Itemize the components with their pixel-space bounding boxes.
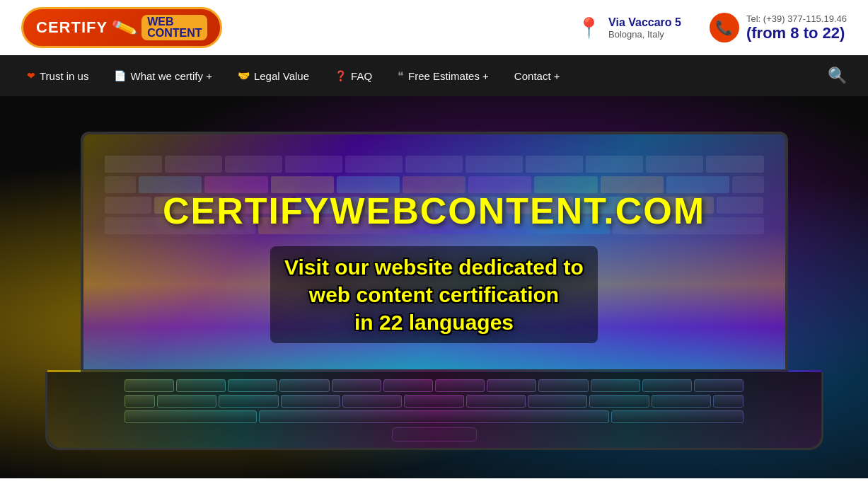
tel-label: Tel: (+39) 377-115.19.46 [746,13,847,24]
logo-web-text: WEB [147,16,202,28]
nav-label-estimates: Free Estimates + [408,70,489,82]
quote-icon: ❝ [398,69,404,83]
hero-subtitle-line2: web content certification [309,283,559,306]
nav-label-faq: FAQ [351,70,372,82]
logo-web-content: WEB CONTENT [141,15,207,40]
hero-section: CERTIFYWEBCONTENT.COM Visit our website … [0,96,868,478]
keyboard-keys [125,379,743,423]
hero-subtitle-line1: Visit our website dedicated to [284,255,584,279]
tel-number: (from 8 to 22) [746,24,847,42]
search-icon[interactable]: 🔍 [821,59,854,92]
nav-item-certify[interactable]: 📄 What we certify + [101,57,224,95]
address-link[interactable]: Via Vaccaro 5 [608,16,681,28]
nav-label-trust: Trust in us [40,70,88,82]
nav-link-certify[interactable]: 📄 What we certify + [101,57,224,95]
heart-icon: ❤ [27,70,35,81]
contact-location: 📍 Via Vaccaro 5 Bologna, Italy [577,16,681,40]
logo-content-text: CONTENT [147,28,202,39]
nav-link-contact[interactable]: Contact + [502,57,573,95]
navbar: ❤ Trust in us 📄 What we certify + 🤝 Lega… [0,55,868,96]
header-top: CERTIFY ✏️ WEB CONTENT 📍 Via Vaccaro 5 B… [0,0,868,55]
handshake-icon: 🤝 [238,70,250,81]
hero-subtitle: Visit our website dedicated to web conte… [270,246,598,343]
doc-icon: 📄 [114,70,126,81]
hero-subtitle-line3: in 22 languages [354,311,514,334]
nav-link-faq[interactable]: ❓ FAQ [322,57,385,95]
hero-content: CERTIFYWEBCONTENT.COM Visit our website … [163,190,705,343]
nav-label-legal: Legal Value [254,70,309,82]
nav-item-legal[interactable]: 🤝 Legal Value [225,57,322,95]
address-city: Bologna, Italy [608,29,681,40]
nav-link-estimates[interactable]: ❝ Free Estimates + [385,57,502,96]
nav-link-trust[interactable]: ❤ Trust in us [14,57,101,95]
nav-item-estimates[interactable]: ❝ Free Estimates + [385,57,502,96]
nav-item-faq[interactable]: ❓ FAQ [322,57,385,95]
location-text: Via Vaccaro 5 Bologna, Italy [608,16,681,40]
logo-badge[interactable]: CERTIFY ✏️ WEB CONTENT [21,7,222,48]
nav-items: ❤ Trust in us 📄 What we certify + 🤝 Lega… [14,57,821,96]
pencil-icon: ✏️ [110,13,139,42]
nav-item-contact[interactable]: Contact + [502,57,573,95]
contact-phone: 📞 Tel: (+39) 377-115.19.46 (from 8 to 22… [710,13,847,42]
laptop-keyboard [45,372,823,450]
trackpad [392,427,477,442]
nav-item-trust[interactable]: ❤ Trust in us [14,57,101,95]
header-contact: 📍 Via Vaccaro 5 Bologna, Italy 📞 Tel: (+… [577,13,847,42]
nav-link-legal[interactable]: 🤝 Legal Value [225,57,322,95]
nav-label-contact: Contact + [514,70,560,82]
phone-icon: 📞 [710,13,739,42]
question-icon: ❓ [335,70,347,81]
nav-label-certify: What we certify + [130,70,212,82]
hero-site-name: CERTIFYWEBCONTENT.COM [163,190,705,232]
phone-text: Tel: (+39) 377-115.19.46 (from 8 to 22) [746,13,847,42]
logo-certify-text: CERTIFY [36,18,108,37]
logo-wrapper[interactable]: CERTIFY ✏️ WEB CONTENT [21,7,222,48]
location-pin-icon: 📍 [577,16,601,40]
